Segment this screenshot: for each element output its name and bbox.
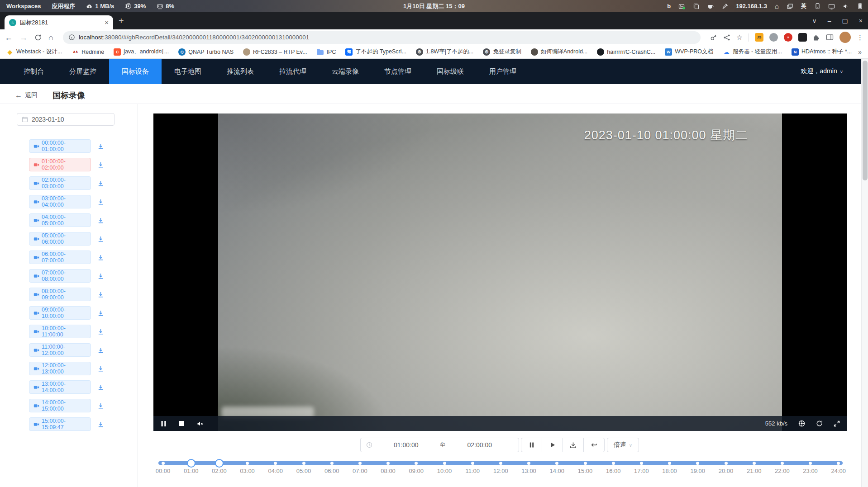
windows-stack-tray-icon[interactable] <box>787 3 793 9</box>
refresh-icon[interactable] <box>816 420 823 427</box>
minimize-icon[interactable]: – <box>828 17 831 24</box>
home-button[interactable]: ⌂ <box>48 33 53 42</box>
nav-tab-3[interactable]: 电子地图 <box>162 59 214 84</box>
workspaces-button[interactable]: Workspaces <box>6 3 41 9</box>
phone-tray-icon[interactable] <box>814 3 820 9</box>
download-button[interactable] <box>97 217 104 224</box>
bookmark-item[interactable]: NHDAtmos :: 种子 *... <box>792 48 852 56</box>
nav-tab-5[interactable]: 拉流代理 <box>267 59 319 84</box>
bookmarks-overflow-icon[interactable]: » <box>858 48 862 56</box>
nav-tab-2[interactable]: 国标设备 <box>109 59 162 84</box>
scrollbar-thumb[interactable] <box>863 61 868 180</box>
pause-icon[interactable] <box>161 421 167 427</box>
cpu-indicator[interactable]: 39% <box>125 3 146 9</box>
bookmark-star-icon[interactable]: ☆ <box>736 33 743 42</box>
download-button[interactable] <box>97 236 104 242</box>
coffee-tray-icon[interactable] <box>707 3 714 9</box>
menu-kebab-icon[interactable]: ⋮ <box>857 33 863 42</box>
video-player[interactable]: 2023-01-10 01:00:00 星期二 552 kb/s <box>153 113 847 431</box>
segment-pill[interactable]: 13:00:00-14:00:00 <box>29 380 91 394</box>
clipboard-tray-icon[interactable] <box>693 3 700 9</box>
bookmark-item[interactable]: 知了不起的 TypeScri... <box>345 48 406 56</box>
download-button[interactable] <box>97 143 104 150</box>
forward-button[interactable]: → <box>19 33 28 42</box>
segment-pill[interactable]: 06:00:00-07:00:00 <box>29 251 91 264</box>
pause-button[interactable] <box>521 438 542 452</box>
nav-tab-0[interactable]: 控制台 <box>11 59 57 84</box>
site-info-icon[interactable] <box>68 34 75 41</box>
color-picker-tray-icon[interactable] <box>722 3 728 9</box>
play-button[interactable] <box>542 438 563 452</box>
back-link[interactable]: ← 返回 <box>15 91 38 99</box>
side-panel-icon[interactable] <box>826 34 834 41</box>
segment-pill[interactable]: 03:00:00-04:00:00 <box>29 195 91 208</box>
bookmark-item[interactable]: ∧∧Redmine <box>72 48 104 56</box>
segment-pill[interactable]: 10:00:00-11:00:00 <box>29 325 91 338</box>
bookmark-item[interactable]: 如何编译Android... <box>531 48 588 56</box>
bookmark-item[interactable]: ⊕免登录复制 <box>483 48 521 56</box>
end-time[interactable]: 02:00:00 <box>446 441 514 449</box>
nav-tab-8[interactable]: 国标级联 <box>424 59 477 84</box>
close-window-icon[interactable]: × <box>859 17 863 24</box>
nav-tab-7[interactable]: 节点管理 <box>372 59 424 84</box>
network-speed-indicator[interactable]: 1 MB/s <box>86 3 114 9</box>
nav-tab-4[interactable]: 推流列表 <box>214 59 267 84</box>
stop-icon[interactable] <box>179 421 185 426</box>
bookmark-item[interactable]: ☁服务器 - 轻量应用... <box>723 48 782 56</box>
download-button[interactable] <box>97 199 104 205</box>
segment-pill[interactable]: 14:00:00-15:00:00 <box>29 399 91 412</box>
restore-window-icon[interactable]: ▢ <box>842 17 848 24</box>
segment-pill[interactable]: 02:00:00-03:00:00 <box>29 176 91 190</box>
snapshot-icon[interactable] <box>798 420 805 427</box>
segment-pill[interactable]: 05:00:00-06:00:00 <box>29 232 91 246</box>
screenshot-tray-icon[interactable] <box>678 3 685 9</box>
volume-muted-icon[interactable] <box>197 421 204 427</box>
clock-menu[interactable]: 1月10日 星期二 15：09 <box>403 0 465 12</box>
extension-gray-icon[interactable] <box>769 33 778 42</box>
monitor-tray-icon[interactable] <box>828 3 835 9</box>
download-button[interactable] <box>97 384 104 391</box>
time-range-input[interactable]: 01:00:00 至 02:00:00 <box>360 438 519 452</box>
reload-button[interactable] <box>34 34 42 41</box>
input-method-indicator[interactable]: 英 <box>801 2 806 10</box>
download-button[interactable] <box>97 365 104 372</box>
browser-tab[interactable]: ≈ 国标28181 × <box>5 15 113 29</box>
step-back-button[interactable] <box>583 438 605 452</box>
bookmark-item[interactable]: hairrrrr/C-CrashC... <box>597 48 655 56</box>
download-button[interactable] <box>97 161 104 168</box>
speed-button[interactable]: 倍速 ∨ <box>607 438 639 452</box>
memory-indicator[interactable]: 8% <box>157 3 174 9</box>
url-bar[interactable]: localhost:38080/#/gbRecordDetail/3402000… <box>63 31 701 44</box>
download-record-button[interactable] <box>563 438 584 452</box>
bookmark-item[interactable]: WWVP-PRO文档 <box>665 48 713 56</box>
home-tray-icon[interactable]: ⌂ <box>775 3 779 9</box>
segment-pill[interactable]: 11:00:00-12:00:00 <box>29 343 91 357</box>
download-button[interactable] <box>97 254 104 261</box>
timeline-handle[interactable] <box>187 459 196 468</box>
download-button[interactable] <box>97 310 104 317</box>
bookmark-item[interactable]: QQNAP Turbo NAS <box>178 48 234 56</box>
new-tab-button[interactable]: + <box>119 16 124 26</box>
video-frame[interactable] <box>218 113 782 431</box>
nav-tab-1[interactable]: 分屏监控 <box>57 59 109 84</box>
bookmark-item[interactable]: ◆Webstack - 设计... <box>6 48 62 56</box>
volume-tray-icon[interactable] <box>843 3 849 9</box>
timeline-handle[interactable] <box>215 459 224 468</box>
bookmark-item[interactable]: RFC2833 – RTP Ev... <box>243 48 307 56</box>
extension-red-icon[interactable]: × <box>784 33 792 42</box>
back-button[interactable]: ← <box>5 33 13 42</box>
download-button[interactable] <box>97 347 104 354</box>
download-button[interactable] <box>97 273 104 279</box>
date-picker[interactable]: 2023-01-10 <box>17 113 114 126</box>
tray-b-icon[interactable]: b <box>667 3 671 9</box>
download-button[interactable] <box>97 402 104 409</box>
segment-pill[interactable]: 08:00:00-09:00:00 <box>29 288 91 301</box>
download-button[interactable] <box>97 180 104 187</box>
password-key-icon[interactable] <box>710 34 717 41</box>
segment-pill[interactable]: 09:00:00-10:00:00 <box>29 306 91 320</box>
ip-address-indicator[interactable]: 192.168.1.3 <box>736 3 767 9</box>
applications-menu[interactable]: 应用程序 <box>52 2 75 10</box>
download-button[interactable] <box>97 291 104 298</box>
tab-search-icon[interactable]: ∨ <box>812 17 817 24</box>
nav-tab-9[interactable]: 用户管理 <box>477 59 529 84</box>
